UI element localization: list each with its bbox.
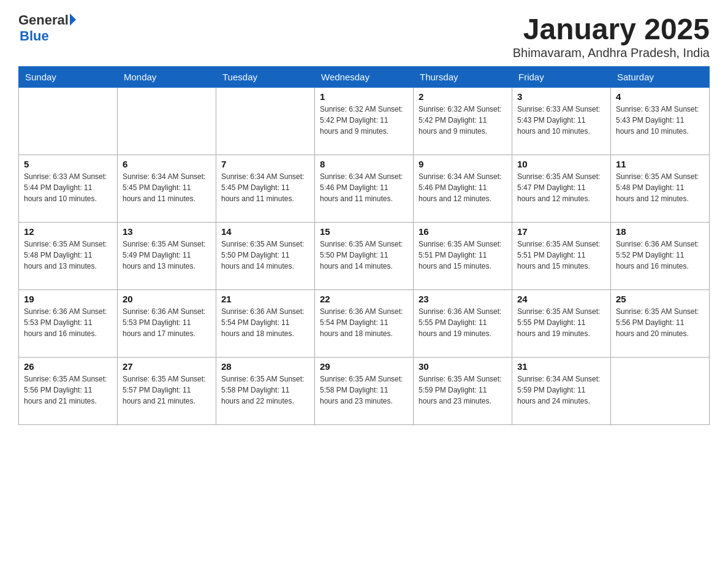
day-info: Sunrise: 6:35 AM Sunset: 5:56 PM Dayligh… (616, 306, 704, 339)
day-number: 3 (517, 91, 605, 102)
calendar-cell (118, 88, 216, 155)
weekday-header-sunday: Sunday (19, 67, 118, 88)
day-number: 6 (123, 159, 211, 169)
day-info: Sunrise: 6:36 AM Sunset: 5:53 PM Dayligh… (123, 306, 211, 339)
day-number: 16 (419, 226, 507, 237)
calendar-cell: 2Sunrise: 6:32 AM Sunset: 5:42 PM Daylig… (414, 88, 512, 155)
day-info: Sunrise: 6:35 AM Sunset: 5:48 PM Dayligh… (616, 171, 704, 204)
calendar-cell: 7Sunrise: 6:34 AM Sunset: 5:45 PM Daylig… (216, 155, 315, 223)
day-info: Sunrise: 6:34 AM Sunset: 5:59 PM Dayligh… (517, 373, 605, 407)
day-info: Sunrise: 6:35 AM Sunset: 5:56 PM Dayligh… (24, 373, 112, 407)
logo-general: General (18, 12, 69, 28)
day-info: Sunrise: 6:35 AM Sunset: 5:50 PM Dayligh… (221, 239, 309, 272)
day-number: 19 (24, 294, 112, 304)
day-info: Sunrise: 6:32 AM Sunset: 5:42 PM Dayligh… (320, 104, 408, 137)
day-info: Sunrise: 6:36 AM Sunset: 5:53 PM Dayligh… (24, 306, 112, 339)
day-info: Sunrise: 6:35 AM Sunset: 5:47 PM Dayligh… (517, 171, 605, 204)
day-info: Sunrise: 6:36 AM Sunset: 5:54 PM Dayligh… (320, 306, 408, 339)
day-info: Sunrise: 6:33 AM Sunset: 5:44 PM Dayligh… (24, 171, 112, 204)
calendar-cell: 6Sunrise: 6:34 AM Sunset: 5:45 PM Daylig… (118, 155, 216, 223)
day-info: Sunrise: 6:34 AM Sunset: 5:46 PM Dayligh… (419, 171, 507, 204)
calendar-cell: 16Sunrise: 6:35 AM Sunset: 5:51 PM Dayli… (414, 223, 512, 290)
calendar-cell: 11Sunrise: 6:35 AM Sunset: 5:48 PM Dayli… (611, 155, 710, 223)
calendar-cell: 23Sunrise: 6:36 AM Sunset: 5:55 PM Dayli… (414, 290, 512, 358)
calendar-cell: 17Sunrise: 6:35 AM Sunset: 5:51 PM Dayli… (512, 223, 611, 290)
day-info: Sunrise: 6:34 AM Sunset: 5:45 PM Dayligh… (123, 171, 211, 204)
calendar-cell: 4Sunrise: 6:33 AM Sunset: 5:43 PM Daylig… (611, 88, 710, 155)
day-number: 9 (419, 159, 507, 169)
weekday-header-saturday: Saturday (611, 67, 710, 88)
calendar-header-row: SundayMondayTuesdayWednesdayThursdayFrid… (19, 67, 710, 88)
weekday-header-thursday: Thursday (414, 67, 512, 88)
day-number: 10 (517, 159, 605, 169)
day-info: Sunrise: 6:35 AM Sunset: 5:49 PM Dayligh… (123, 239, 211, 272)
day-number: 2 (419, 91, 507, 102)
day-number: 28 (221, 361, 309, 372)
day-number: 7 (221, 159, 309, 169)
calendar-cell: 22Sunrise: 6:36 AM Sunset: 5:54 PM Dayli… (315, 290, 414, 358)
calendar-cell: 31Sunrise: 6:34 AM Sunset: 5:59 PM Dayli… (512, 358, 611, 425)
day-number: 4 (616, 91, 704, 102)
calendar-cell: 14Sunrise: 6:35 AM Sunset: 5:50 PM Dayli… (216, 223, 315, 290)
calendar-cell: 25Sunrise: 6:35 AM Sunset: 5:56 PM Dayli… (611, 290, 710, 358)
calendar-cell: 10Sunrise: 6:35 AM Sunset: 5:47 PM Dayli… (512, 155, 611, 223)
day-number: 15 (320, 226, 408, 237)
calendar-cell: 13Sunrise: 6:35 AM Sunset: 5:49 PM Dayli… (118, 223, 216, 290)
calendar-cell: 1Sunrise: 6:32 AM Sunset: 5:42 PM Daylig… (315, 88, 414, 155)
day-info: Sunrise: 6:35 AM Sunset: 5:48 PM Dayligh… (24, 239, 112, 272)
day-number: 25 (616, 294, 704, 304)
title-block: January 2025 Bhimavaram, Andhra Pradesh,… (513, 12, 710, 60)
day-number: 17 (517, 226, 605, 237)
day-number: 30 (419, 361, 507, 372)
day-number: 8 (320, 159, 408, 169)
weekday-header-wednesday: Wednesday (315, 67, 414, 88)
day-number: 26 (24, 361, 112, 372)
day-number: 5 (24, 159, 112, 169)
day-info: Sunrise: 6:35 AM Sunset: 5:58 PM Dayligh… (320, 373, 408, 407)
day-number: 24 (517, 294, 605, 304)
calendar-cell: 21Sunrise: 6:36 AM Sunset: 5:54 PM Dayli… (216, 290, 315, 358)
calendar-table: SundayMondayTuesdayWednesdayThursdayFrid… (18, 66, 710, 425)
day-info: Sunrise: 6:33 AM Sunset: 5:43 PM Dayligh… (517, 104, 605, 137)
calendar-cell (19, 88, 118, 155)
calendar-cell: 12Sunrise: 6:35 AM Sunset: 5:48 PM Dayli… (19, 223, 118, 290)
calendar-cell: 18Sunrise: 6:36 AM Sunset: 5:52 PM Dayli… (611, 223, 710, 290)
calendar-cell (611, 358, 710, 425)
calendar-week-4: 19Sunrise: 6:36 AM Sunset: 5:53 PM Dayli… (19, 290, 710, 358)
calendar-week-5: 26Sunrise: 6:35 AM Sunset: 5:56 PM Dayli… (19, 358, 710, 425)
calendar-cell (216, 88, 315, 155)
day-number: 27 (123, 361, 211, 372)
day-number: 13 (123, 226, 211, 237)
day-info: Sunrise: 6:35 AM Sunset: 5:59 PM Dayligh… (419, 373, 507, 407)
page-header: General Blue January 2025 Bhimavaram, An… (18, 12, 710, 60)
day-info: Sunrise: 6:35 AM Sunset: 5:51 PM Dayligh… (517, 239, 605, 272)
calendar-cell: 15Sunrise: 6:35 AM Sunset: 5:50 PM Dayli… (315, 223, 414, 290)
day-info: Sunrise: 6:36 AM Sunset: 5:52 PM Dayligh… (616, 239, 704, 272)
logo: General Blue (18, 12, 76, 44)
logo-arrow-icon (70, 13, 76, 26)
calendar-cell: 9Sunrise: 6:34 AM Sunset: 5:46 PM Daylig… (414, 155, 512, 223)
weekday-header-monday: Monday (118, 67, 216, 88)
day-number: 12 (24, 226, 112, 237)
calendar-cell: 24Sunrise: 6:35 AM Sunset: 5:55 PM Dayli… (512, 290, 611, 358)
location: Bhimavaram, Andhra Pradesh, India (513, 46, 710, 60)
day-info: Sunrise: 6:35 AM Sunset: 5:50 PM Dayligh… (320, 239, 408, 272)
calendar-cell: 30Sunrise: 6:35 AM Sunset: 5:59 PM Dayli… (414, 358, 512, 425)
calendar-cell: 27Sunrise: 6:35 AM Sunset: 5:57 PM Dayli… (118, 358, 216, 425)
day-info: Sunrise: 6:36 AM Sunset: 5:54 PM Dayligh… (221, 306, 309, 339)
calendar-week-3: 12Sunrise: 6:35 AM Sunset: 5:48 PM Dayli… (19, 223, 710, 290)
day-number: 29 (320, 361, 408, 372)
day-number: 21 (221, 294, 309, 304)
day-info: Sunrise: 6:35 AM Sunset: 5:57 PM Dayligh… (123, 373, 211, 407)
day-number: 11 (616, 159, 704, 169)
calendar-cell: 20Sunrise: 6:36 AM Sunset: 5:53 PM Dayli… (118, 290, 216, 358)
calendar-cell: 19Sunrise: 6:36 AM Sunset: 5:53 PM Dayli… (19, 290, 118, 358)
weekday-header-tuesday: Tuesday (216, 67, 315, 88)
day-number: 22 (320, 294, 408, 304)
day-info: Sunrise: 6:33 AM Sunset: 5:43 PM Dayligh… (616, 104, 704, 137)
day-number: 23 (419, 294, 507, 304)
day-info: Sunrise: 6:35 AM Sunset: 5:55 PM Dayligh… (517, 306, 605, 339)
calendar-cell: 3Sunrise: 6:33 AM Sunset: 5:43 PM Daylig… (512, 88, 611, 155)
day-number: 20 (123, 294, 211, 304)
calendar-cell: 26Sunrise: 6:35 AM Sunset: 5:56 PM Dayli… (19, 358, 118, 425)
